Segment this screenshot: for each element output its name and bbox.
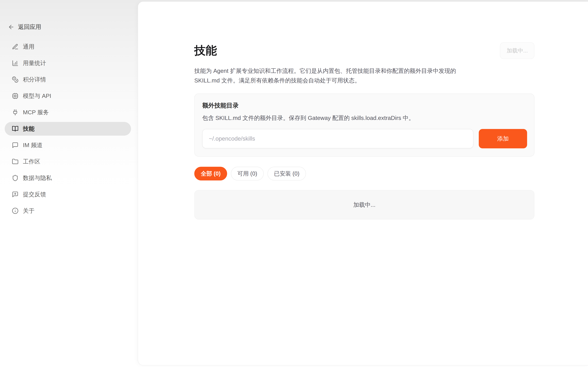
sidebar-item-usage-stats[interactable]: 用量统计 [5, 56, 131, 70]
sidebar-item-label: 技能 [23, 125, 34, 133]
sidebar-item-label: 提交反馈 [23, 191, 46, 198]
page-title: 技能 [194, 43, 217, 58]
sidebar-item-about[interactable]: 关于 [5, 204, 131, 218]
sidebar-item-label: 积分详情 [23, 76, 46, 83]
sidebar-item-models-api[interactable]: 模型与 API [5, 89, 131, 103]
arrow-left-icon [8, 24, 14, 30]
message-square-icon [12, 142, 18, 149]
sidebar-item-feedback[interactable]: 提交反馈 [5, 188, 131, 201]
pen-icon [12, 43, 18, 50]
sidebar-item-label: 用量统计 [23, 59, 46, 67]
sidebar-item-im-channels[interactable]: IM 频道 [5, 138, 131, 152]
skills-filter-tabs: 全部 (0) 可用 (0) 已安装 (0) [194, 167, 534, 180]
plug-icon [12, 109, 18, 116]
sidebar: 返回应用 通用 用量统计 积分详情 模型与 API MCP 服务 [0, 0, 138, 367]
extra-dirs-card-description: 包含 SKILL.md 文件的额外目录。保存到 Gateway 配置的 skil… [202, 114, 527, 122]
book-open-icon [12, 125, 18, 132]
sidebar-item-label: 模型与 API [23, 92, 51, 100]
page-description: 技能为 Agent 扩展专业知识和工作流程。它们是从内置包、托管技能目录和你配置… [194, 66, 474, 85]
sidebar-item-label: MCP 服务 [23, 108, 49, 116]
sidebar-nav: 通用 用量统计 积分详情 模型与 API MCP 服务 技能 [0, 40, 138, 218]
sidebar-item-mcp[interactable]: MCP 服务 [5, 106, 131, 119]
sidebar-item-label: 关于 [23, 207, 34, 215]
filter-available-tab[interactable]: 可用 (0) [231, 167, 264, 180]
sidebar-item-general[interactable]: 通用 [5, 40, 131, 54]
sidebar-item-label: 工作区 [23, 158, 40, 166]
folder-icon [12, 158, 18, 165]
skills-settings-screen: 返回应用 通用 用量统计 积分详情 模型与 API MCP 服务 [0, 0, 588, 367]
sidebar-item-skills[interactable]: 技能 [5, 122, 131, 136]
filter-installed-tab[interactable]: 已安装 (0) [267, 167, 306, 180]
sidebar-item-label: 通用 [23, 43, 34, 51]
sidebar-item-data-privacy[interactable]: 数据与隐私 [5, 171, 131, 185]
sidebar-item-credits[interactable]: 积分详情 [5, 73, 131, 86]
page-header: 技能 加载中... [194, 42, 534, 59]
sidebar-item-label: IM 频道 [23, 141, 42, 149]
cpu-icon [12, 93, 18, 99]
sidebar-item-workspace[interactable]: 工作区 [5, 155, 131, 168]
info-icon [12, 208, 18, 214]
shield-icon [12, 175, 18, 181]
main-panel: 技能 加载中... 技能为 Agent 扩展专业知识和工作流程。它们是从内置包、… [138, 1, 588, 366]
extra-dir-input-row: 添加 [202, 129, 527, 148]
back-to-app-label: 返回应用 [18, 23, 41, 31]
back-to-app-button[interactable]: 返回应用 [8, 23, 138, 31]
sidebar-item-label: 数据与隐私 [23, 174, 52, 182]
loading-badge: 加载中... [500, 42, 534, 59]
skills-list-loading: 加载中... [194, 190, 534, 219]
skills-content: 技能 加载中... 技能为 Agent 扩展专业知识和工作流程。它们是从内置包、… [194, 42, 534, 219]
bar-chart-icon [12, 60, 18, 67]
filter-all-tab[interactable]: 全部 (0) [194, 167, 227, 180]
coins-icon [12, 76, 18, 83]
message-square-plus-icon [12, 191, 18, 198]
extra-dirs-card: 额外技能目录 包含 SKILL.md 文件的额外目录。保存到 Gateway 配… [194, 93, 534, 157]
extra-dirs-card-title: 额外技能目录 [202, 101, 527, 110]
add-button[interactable]: 添加 [479, 129, 527, 148]
extra-dir-input[interactable] [202, 129, 473, 148]
